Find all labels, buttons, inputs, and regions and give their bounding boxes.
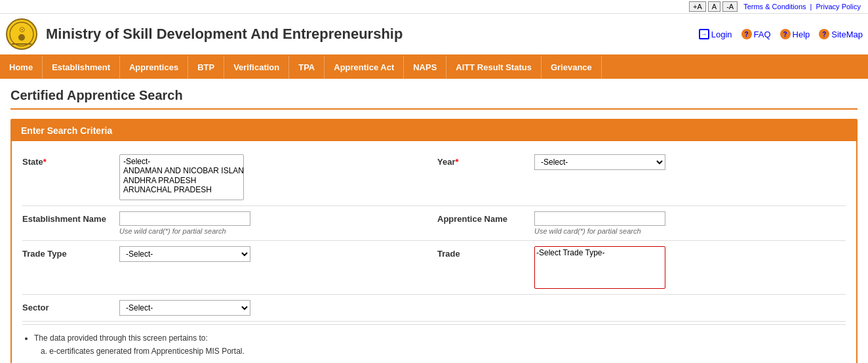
sector-select[interactable]: -Select- (119, 300, 250, 316)
sector-col: Sector -Select- (22, 300, 431, 316)
year-field: -Select- (534, 154, 846, 170)
help-label[interactable]: Help (793, 30, 810, 39)
state-label: State* (22, 154, 114, 167)
trade-field: -Select Trade Type- (534, 246, 846, 289)
nav-home[interactable]: Home (0, 56, 43, 79)
nav-tpa[interactable]: TPA (289, 56, 325, 79)
sitemap-label[interactable]: SiteMap (831, 30, 863, 39)
trade-listbox[interactable]: -Select Trade Type- (534, 246, 665, 289)
establishment-field: Use wild card(*) for partial search (119, 211, 431, 235)
privacy-link[interactable]: Privacy Policy (816, 3, 861, 11)
top-bar-right: +A A -A Terms & Conditions | Privacy Pol… (689, 1, 863, 12)
svg-point-3 (18, 34, 25, 41)
header-actions: → Login ? FAQ ? Help ? SiteMap (699, 29, 863, 39)
nav-aitt[interactable]: AITT Result Status (446, 56, 542, 79)
year-required: * (455, 157, 458, 167)
sitemap-icon: ? (819, 29, 829, 39)
apprentice-input[interactable] (534, 211, 665, 226)
nav-establishment[interactable]: Establishment (43, 56, 120, 79)
nav-bar: Home Establishment Apprentices BTP Verif… (0, 56, 868, 79)
note-1: The data provided through this screen pe… (34, 331, 846, 358)
form-row-sector: Sector -Select- (22, 295, 846, 322)
establishment-input[interactable] (119, 211, 250, 226)
establishment-label: Establishment Name (22, 211, 114, 224)
establishment-col: Establishment Name Use wild card(*) for … (22, 211, 431, 235)
notes-section: The data provided through this screen pe… (22, 324, 846, 363)
font-increase-btn[interactable]: +A (689, 1, 706, 12)
trade-col: Trade -Select Trade Type- (437, 246, 846, 289)
font-normal-btn[interactable]: A (708, 1, 720, 12)
search-panel: Enter Search Criteria State* -Select- AN… (10, 119, 858, 363)
apprentice-field: Use wild card(*) for partial search (534, 211, 846, 235)
trade-type-field: -Select- (119, 246, 431, 262)
help-icon: ? (780, 29, 791, 39)
top-bar: +A A -A Terms & Conditions | Privacy Pol… (0, 0, 868, 14)
state-select[interactable]: -Select- ANDAMAN AND NICOBAR ISLANDS AND… (119, 154, 244, 200)
nav-btp[interactable]: BTP (188, 56, 224, 79)
header-title: Ministry of Skill Development And Entrep… (46, 26, 699, 43)
font-size-controls: +A A -A (689, 1, 738, 12)
trade-type-label: Trade Type (22, 246, 114, 259)
state-field: -Select- ANDAMAN AND NICOBAR ISLANDS AND… (119, 154, 431, 200)
form-row-names: Establishment Name Use wild card(*) for … (22, 206, 846, 241)
nav-apprentice-act[interactable]: Apprentice Act (325, 56, 404, 79)
trade-type-col: Trade Type -Select- (22, 246, 431, 262)
nav-naps[interactable]: NAPS (404, 56, 446, 79)
apprentice-label: Apprentice Name (437, 211, 529, 224)
note-2: For the certificate issued on official s… (34, 360, 846, 363)
font-decrease-btn[interactable]: -A (722, 1, 738, 12)
header: ☉ Ministry of Skill Development And Entr… (0, 14, 868, 56)
search-panel-body: State* -Select- ANDAMAN AND NICOBAR ISLA… (12, 141, 856, 363)
year-col: Year* -Select- (437, 154, 846, 170)
form-row-trade: Trade Type -Select- Trade -Select Trade … (22, 241, 846, 295)
establishment-hint: Use wild card(*) for partial search (119, 227, 431, 235)
apprentice-hint: Use wild card(*) for partial search (534, 227, 846, 235)
login-icon: → (699, 29, 709, 39)
page-content: Certified Apprentice Search Enter Search… (0, 79, 868, 363)
svg-text:☉: ☉ (19, 26, 25, 33)
nav-verification[interactable]: Verification (224, 56, 289, 79)
login-action[interactable]: → Login (699, 29, 732, 39)
notes-list: The data provided through this screen pe… (22, 331, 846, 363)
year-label: Year* (437, 154, 529, 167)
sitemap-action[interactable]: ? SiteMap (819, 29, 863, 39)
faq-label[interactable]: FAQ (754, 30, 771, 39)
year-select[interactable]: -Select- (534, 154, 665, 170)
form-row-state-year: State* -Select- ANDAMAN AND NICOBAR ISLA… (22, 149, 846, 206)
apprentice-col: Apprentice Name Use wild card(*) for par… (437, 211, 846, 235)
state-col: State* -Select- ANDAMAN AND NICOBAR ISLA… (22, 154, 431, 200)
sector-field: -Select- (119, 300, 431, 316)
faq-action[interactable]: ? FAQ (741, 29, 771, 39)
sector-label: Sector (22, 300, 114, 312)
nav-apprentices[interactable]: Apprentices (120, 56, 188, 79)
logo: ☉ (5, 18, 38, 51)
top-links: Terms & Conditions | Privacy Policy (741, 3, 863, 11)
trade-type-select[interactable]: -Select- (119, 246, 250, 262)
state-required: * (43, 157, 47, 167)
faq-icon: ? (741, 29, 752, 39)
page-title: Certified Apprentice Search (10, 88, 858, 110)
trade-label: Trade (437, 246, 529, 259)
help-action[interactable]: ? Help (780, 29, 810, 39)
login-label[interactable]: Login (711, 30, 732, 39)
terms-link[interactable]: Terms & Conditions (743, 3, 806, 11)
search-panel-header: Enter Search Criteria (12, 120, 856, 141)
nav-grievance[interactable]: Grievance (542, 56, 602, 79)
